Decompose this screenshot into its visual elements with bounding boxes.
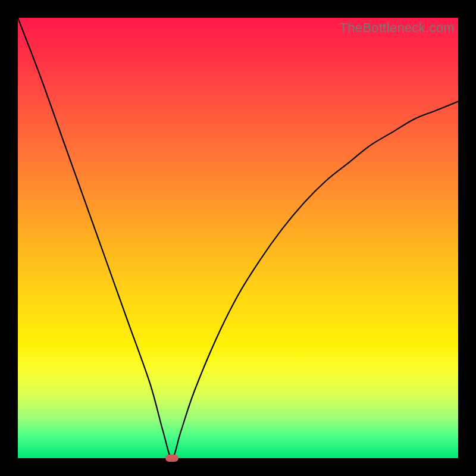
plot-area: TheBottleneck.com — [18, 18, 458, 458]
bottleneck-curve — [18, 18, 458, 458]
curve-path — [18, 18, 458, 458]
chart-frame: TheBottleneck.com — [0, 0, 476, 476]
min-marker — [165, 455, 178, 462]
